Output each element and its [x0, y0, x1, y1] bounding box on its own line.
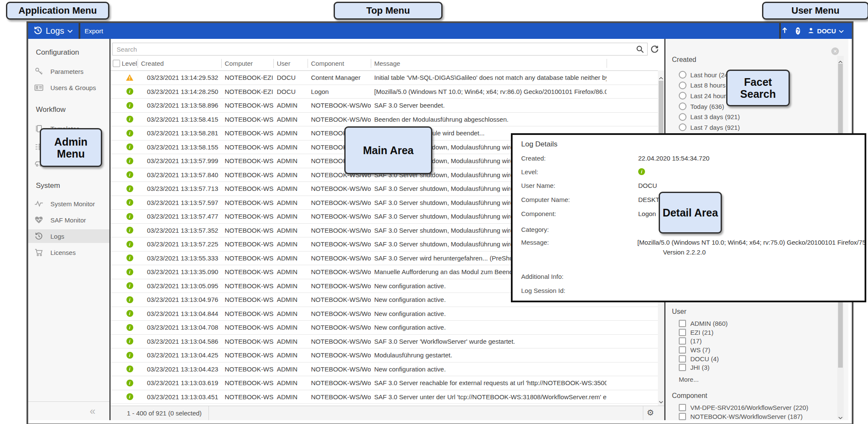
admin-sidebar: ConfigurationParametersUsers & GroupsWor… — [28, 39, 111, 420]
facet-title: Created — [672, 56, 834, 64]
table-row[interactable]: 03/23/2021 13:14:29.532NOTEBOOK-EZIDOCUC… — [111, 71, 664, 85]
facet-option[interactable]: ADMIN (860) — [679, 319, 834, 328]
facet-option[interactable]: NOTEBOOK-WS/WorkflowServer (187) — [679, 412, 834, 420]
info-icon: i — [126, 324, 133, 331]
radio-button[interactable] — [679, 113, 686, 121]
checkbox[interactable] — [679, 355, 686, 363]
facet-option[interactable]: JHI (3) — [679, 363, 834, 372]
facet-option[interactable]: (17) — [679, 336, 834, 345]
sidebar-item-system-monitor[interactable]: System Monitor — [28, 197, 109, 211]
table-row[interactable]: i03/23/2021 13:13:04.425NOTEBOOK-WSADMIN… — [111, 348, 664, 363]
cell-user: ADMIN — [273, 240, 308, 248]
upload-arrow-icon[interactable] — [781, 26, 789, 36]
radio-button[interactable] — [679, 71, 686, 79]
help-icon[interactable]: ? — [796, 27, 800, 35]
chevron-down-icon — [67, 27, 73, 35]
facet-option[interactable]: VM-DPE-SRV2016/WorkflowServer (220) — [679, 403, 834, 412]
sidebar-item-label: Licenses — [50, 249, 76, 256]
scroll-down-icon[interactable] — [838, 414, 843, 417]
column-header-component[interactable]: Component — [308, 56, 371, 70]
cell-component: NOTEBOOK-WS/Wor... — [308, 393, 371, 401]
table-row[interactable]: i03/23/2021 13:13:04.423NOTEBOOK-WSADMIN… — [111, 363, 664, 377]
info-icon: i — [126, 310, 133, 317]
application-menu-button[interactable]: Logs — [28, 23, 80, 39]
select-all-checkbox[interactable] — [113, 60, 120, 67]
scroll-up-icon[interactable] — [659, 74, 663, 77]
checkbox[interactable] — [679, 413, 686, 420]
radio-button[interactable] — [679, 92, 686, 99]
callout-top-menu: Top Menu — [334, 2, 443, 20]
close-icon[interactable]: ✕ — [831, 47, 839, 55]
top-menu-export[interactable]: Export — [85, 27, 103, 35]
table-row[interactable]: i03/23/2021 13:13:04.844NOTEBOOK-WSADMIN… — [111, 307, 664, 321]
table-row[interactable]: i03/23/2021 13:13:03.619NOTEBOOK-WSADMIN… — [111, 376, 664, 390]
facet-option[interactable]: WS (7) — [679, 345, 834, 354]
radio-button[interactable] — [679, 82, 686, 89]
sidebar-section-workflow: Workflow — [36, 105, 66, 114]
cell-message: SAF 3.0 Server beendet. — [371, 102, 607, 109]
cell-user: ADMIN — [273, 282, 308, 289]
scroll-down-icon[interactable] — [659, 398, 663, 401]
cell-created: 03/23/2021 13:13:55.333 — [138, 254, 221, 262]
facet-option-label: ADMIN (860) — [690, 320, 728, 327]
column-header-level[interactable]: Level — [122, 56, 138, 70]
table-row[interactable]: i03/23/2021 13:13:04.586NOTEBOOK-WSADMIN… — [111, 335, 664, 349]
cell-component: Logon — [308, 88, 371, 95]
search-icon[interactable] — [636, 45, 644, 53]
facet-option[interactable]: Last 3 days (921) — [679, 111, 834, 122]
checkbox[interactable] — [679, 329, 686, 336]
table-row[interactable]: i03/23/2021 13:13:58.415NOTEBOOK-WSADMIN… — [111, 113, 664, 127]
refresh-icon[interactable] — [650, 45, 659, 54]
checkbox[interactable] — [679, 337, 686, 345]
column-header-computer[interactable]: Computer — [221, 56, 273, 70]
collapse-sidebar-button[interactable]: « — [90, 405, 95, 417]
cell-created: 03/23/2021 13:13:04.586 — [138, 338, 221, 345]
checkbox[interactable] — [679, 320, 686, 327]
sidebar-item-users-groups[interactable]: Users & Groups — [28, 81, 109, 94]
table-row[interactable]: i03/23/2021 13:14:28.250NOTEBOOK-EZIDOCU… — [111, 85, 664, 99]
info-icon: i — [126, 338, 133, 345]
table-row[interactable]: i03/23/2021 13:13:03.451NOTEBOOK-WSADMIN… — [111, 390, 664, 404]
cell-user: ADMIN — [273, 199, 308, 206]
cell-component: NOTEBOOK-WS/Wor... — [308, 379, 371, 386]
cell-created: 03/23/2021 13:13:57.477 — [138, 213, 221, 220]
search-input[interactable] — [112, 43, 648, 56]
facet-option[interactable]: Last 7 days (921) — [679, 122, 834, 133]
cell-component: NOTEBOOK-WS/Wor... — [308, 351, 371, 359]
radio-button[interactable] — [679, 123, 686, 131]
facet-more-link[interactable]: More... — [679, 376, 834, 383]
pulse-icon — [34, 199, 44, 208]
sidebar-item-saf-monitor[interactable]: SAF Monitor — [28, 213, 109, 227]
gear-icon[interactable]: ⚙ — [647, 408, 654, 417]
column-header-created[interactable]: Created — [138, 56, 221, 70]
facet-group-component: ComponentVM-DPE-SRV2016/WorkflowServer (… — [666, 392, 834, 420]
user-menu-button[interactable]: DOCU — [807, 27, 844, 35]
facet-option[interactable]: EZI (21) — [679, 328, 834, 337]
detail-field-label: Level: — [521, 168, 538, 175]
checkbox[interactable] — [679, 346, 686, 354]
sidebar-item-parameters[interactable]: Parameters — [28, 64, 109, 78]
cell-computer: NOTEBOOK-WS — [221, 116, 273, 123]
cell-created: 03/23/2021 13:13:04.844 — [138, 310, 221, 317]
sidebar-item-logs[interactable]: Logs — [28, 229, 109, 243]
cell-component: NOTEBOOK-WS/Wor... — [308, 199, 371, 206]
user-name: DOCU — [817, 27, 836, 35]
column-header-message[interactable]: Message — [371, 56, 607, 70]
search-bar — [111, 39, 664, 56]
column-header-user[interactable]: User — [273, 56, 308, 70]
facet-option[interactable]: DOCU (4) — [679, 354, 834, 363]
table-row[interactable]: i03/23/2021 13:13:04.708NOTEBOOK-WSADMIN… — [111, 321, 664, 335]
cell-created: 03/23/2021 13:13:57.225 — [138, 240, 221, 248]
radio-button[interactable] — [679, 102, 686, 110]
cell-user: DOCU — [273, 88, 308, 95]
table-row[interactable]: i03/23/2021 13:13:58.896NOTEBOOK-WSADMIN… — [111, 99, 664, 113]
info-icon: i — [126, 296, 133, 303]
cell-user: ADMIN — [273, 102, 308, 109]
cell-created: 03/23/2021 13:13:58.896 — [138, 102, 221, 109]
checkbox[interactable] — [679, 404, 686, 411]
sidebar-item-licenses[interactable]: Licenses — [28, 246, 109, 259]
detail-field-label: Log Session Id: — [521, 287, 565, 294]
scroll-up-icon[interactable] — [838, 58, 843, 61]
cell-computer: NOTEBOOK-WS — [221, 366, 273, 373]
checkbox[interactable] — [679, 364, 686, 371]
